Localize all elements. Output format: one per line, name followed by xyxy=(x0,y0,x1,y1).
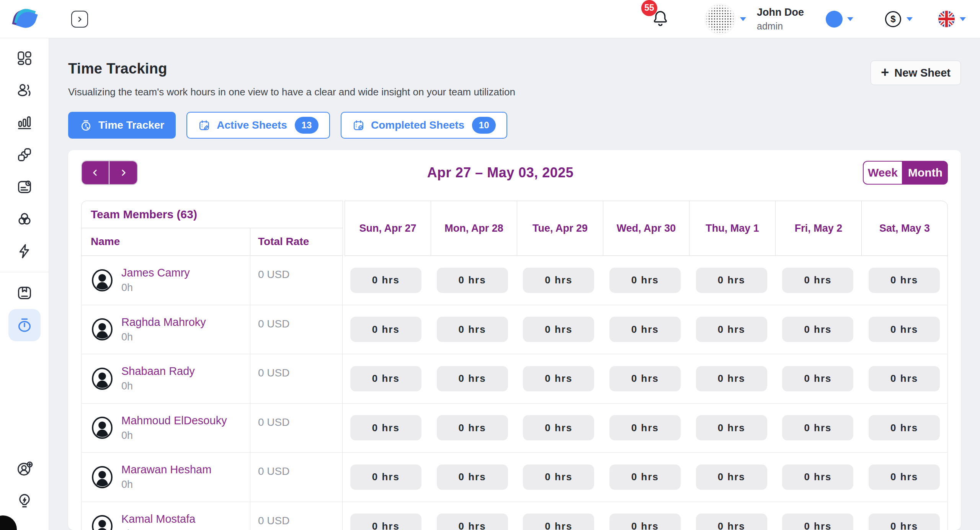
hours-chip[interactable]: 0 hrs xyxy=(350,366,421,391)
member-name-link[interactable]: Raghda Mahroky xyxy=(121,316,206,329)
sidebar-item-invite[interactable] xyxy=(8,453,41,485)
calendar-edit-icon xyxy=(198,119,211,132)
theme-color-menu[interactable] xyxy=(826,11,853,28)
sidebar-item-knowledge-base[interactable] xyxy=(8,277,41,309)
notifications-button[interactable]: 55 xyxy=(651,9,670,29)
main-content: Time Tracking Visualizing the team's wor… xyxy=(49,38,980,530)
venn-circles-icon xyxy=(16,211,33,227)
date-navigation: Apr 27 – May 03, 2025 Week Month xyxy=(81,160,948,185)
hours-chip[interactable]: 0 hrs xyxy=(782,366,853,391)
hours-chip[interactable]: 0 hrs xyxy=(696,366,767,391)
uk-flag-icon xyxy=(938,10,955,28)
hours-chip[interactable]: 0 hrs xyxy=(696,514,767,530)
hours-chip[interactable]: 0 hrs xyxy=(609,317,681,342)
hours-chip[interactable]: 0 hrs xyxy=(609,465,681,490)
language-menu[interactable] xyxy=(938,10,966,28)
sidebar-item-time-tracking[interactable] xyxy=(8,309,41,341)
hours-chip[interactable]: 0 hrs xyxy=(437,366,508,391)
hours-chip[interactable]: 0 hrs xyxy=(869,317,940,342)
sidebar-item-dashboard[interactable] xyxy=(8,42,41,74)
sidebar-bottom-group xyxy=(8,453,41,530)
hours-chip[interactable]: 0 hrs xyxy=(437,268,508,293)
svg-text:$: $ xyxy=(890,14,896,24)
hours-chip[interactable]: 0 hrs xyxy=(869,514,940,530)
hours-chip[interactable]: 0 hrs xyxy=(350,415,421,440)
hours-chip[interactable]: 0 hrs xyxy=(609,268,681,293)
hours-chip[interactable]: 0 hrs xyxy=(437,317,508,342)
hours-chip[interactable]: 0 hrs xyxy=(782,268,853,293)
hours-chip[interactable]: 0 hrs xyxy=(437,465,508,490)
member-total-rate: 0 USD xyxy=(250,502,343,530)
hours-chip[interactable]: 0 hrs xyxy=(523,415,594,440)
hours-chip[interactable]: 0 hrs xyxy=(350,317,421,342)
hours-chip[interactable]: 0 hrs xyxy=(609,366,681,391)
member-name-link[interactable]: Marawan Hesham xyxy=(121,463,211,476)
hours-chip[interactable]: 0 hrs xyxy=(696,268,767,293)
day-header: Mon, Apr 28 xyxy=(431,201,517,255)
tab-completed-sheets[interactable]: Completed Sheets 10 xyxy=(341,112,507,139)
member-name-link[interactable]: Shabaan Rady xyxy=(121,365,195,378)
sidebar-item-automations[interactable] xyxy=(8,235,41,267)
name-column-header: Name xyxy=(82,228,250,255)
member-total-hours: 0h xyxy=(121,282,190,294)
caret-down-icon xyxy=(960,17,966,21)
hours-chip[interactable]: 0 hrs xyxy=(523,465,594,490)
hours-chip[interactable]: 0 hrs xyxy=(869,268,940,293)
currency-menu[interactable]: $ xyxy=(884,10,913,28)
sidebar-toggle-button[interactable] xyxy=(71,11,88,28)
avatar[interactable] xyxy=(705,4,735,34)
hours-chip[interactable]: 0 hrs xyxy=(350,465,421,490)
sidebar-item-tips[interactable] xyxy=(8,485,41,517)
hours-chip[interactable]: 0 hrs xyxy=(523,514,594,530)
day-header: Sat, May 3 xyxy=(861,201,947,255)
lightbulb-bolt-icon xyxy=(16,492,33,509)
sidebar-item-reports[interactable] xyxy=(8,106,41,139)
sidebar-item-projects[interactable] xyxy=(8,139,41,171)
week-toggle[interactable]: Week xyxy=(863,161,903,185)
sidebar-item-groups[interactable] xyxy=(8,203,41,235)
new-sheet-label: New Sheet xyxy=(894,67,951,79)
hours-chip[interactable]: 0 hrs xyxy=(782,317,853,342)
hours-chip[interactable]: 0 hrs xyxy=(437,514,508,530)
hours-chip[interactable]: 0 hrs xyxy=(437,415,508,440)
user-plus-icon xyxy=(16,460,33,477)
prev-week-button[interactable] xyxy=(82,161,109,184)
hours-chip[interactable]: 0 hrs xyxy=(782,415,853,440)
hours-chip[interactable]: 0 hrs xyxy=(609,514,681,530)
app-root: 55 John Doe admin $ xyxy=(0,0,980,530)
stopwatch-icon xyxy=(16,317,33,334)
sidebar-item-team[interactable] xyxy=(8,74,41,106)
hours-chip[interactable]: 0 hrs xyxy=(609,415,681,440)
hours-chip[interactable]: 0 hrs xyxy=(350,268,421,293)
hours-chip[interactable]: 0 hrs xyxy=(523,366,594,391)
month-toggle[interactable]: Month xyxy=(903,161,948,185)
view-tabs: Time Tracker Active Sheets 13 Completed … xyxy=(68,112,961,139)
calendar-check-icon xyxy=(352,119,365,132)
hours-chip[interactable]: 0 hrs xyxy=(696,415,767,440)
tab-label: Active Sheets xyxy=(217,119,287,131)
hours-chip[interactable]: 0 hrs xyxy=(523,268,594,293)
hours-chip[interactable]: 0 hrs xyxy=(782,514,853,530)
table-row: Marawan Hesham0h0 USD0 hrs0 hrs0 hrs0 hr… xyxy=(82,453,948,502)
hours-chip[interactable]: 0 hrs xyxy=(869,415,940,440)
table-header: Team Members (63) Name Total Rate Sun, A… xyxy=(81,201,948,256)
hours-chip[interactable]: 0 hrs xyxy=(869,366,940,391)
next-week-button[interactable] xyxy=(109,161,137,184)
user-menu[interactable] xyxy=(705,4,746,34)
new-sheet-button[interactable]: + New Sheet xyxy=(871,61,961,85)
app-logo[interactable] xyxy=(13,7,38,31)
hours-chip[interactable]: 0 hrs xyxy=(523,317,594,342)
hours-chip[interactable]: 0 hrs xyxy=(782,465,853,490)
member-total-hours: 0h xyxy=(121,331,206,343)
hours-chip[interactable]: 0 hrs xyxy=(696,465,767,490)
sidebar-divider xyxy=(0,272,49,272)
tab-active-sheets[interactable]: Active Sheets 13 xyxy=(186,112,330,139)
hours-chip[interactable]: 0 hrs xyxy=(869,465,940,490)
sidebar-item-timesheets[interactable] xyxy=(8,171,41,203)
hours-chip[interactable]: 0 hrs xyxy=(696,317,767,342)
member-name-link[interactable]: James Camry xyxy=(121,267,190,279)
tab-time-tracker[interactable]: Time Tracker xyxy=(68,112,176,139)
member-name-link[interactable]: Mahmoud ElDesouky xyxy=(121,414,227,427)
hours-chip[interactable]: 0 hrs xyxy=(350,514,421,530)
member-name-link[interactable]: Kamal Mostafa xyxy=(121,513,195,525)
